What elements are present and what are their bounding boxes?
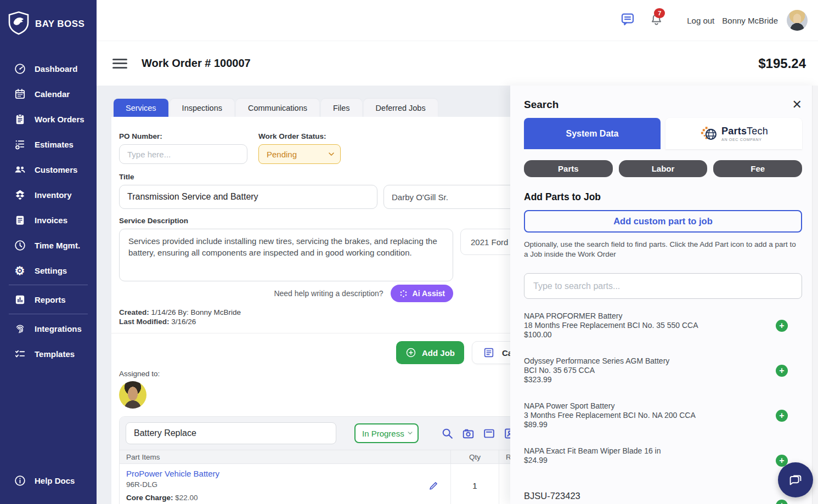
assigned-technician-avatar[interactable] — [119, 381, 146, 409]
sidebar-item-dashboard[interactable]: Dashboard — [0, 56, 97, 81]
part-result-name: NAPA Power Sport Battery — [524, 401, 696, 411]
add-part-plus-icon[interactable]: + — [776, 410, 788, 422]
panel-scrollbar[interactable] — [812, 86, 818, 504]
add-part-plus-icon[interactable]: + — [776, 365, 788, 377]
sidebar-item-label: Inventory — [35, 190, 72, 200]
po-number-field: PO Number: — [119, 132, 247, 164]
title-input[interactable] — [119, 185, 377, 209]
close-icon[interactable]: ✕ — [792, 99, 802, 111]
checklist-icon — [13, 347, 26, 360]
service-description-textarea[interactable]: Services provided include installing new… — [119, 229, 453, 281]
sidebar-item-inventory[interactable]: Inventory — [0, 182, 97, 207]
page-title: Work Order # 100007 — [142, 57, 251, 70]
sidebar-item-work-orders[interactable]: Work Orders — [0, 106, 97, 132]
status-field: Work Order Status: Pending — [258, 132, 341, 164]
job-name-input[interactable] — [126, 422, 336, 444]
add-part-plus-icon[interactable]: + — [776, 500, 788, 504]
list-item: BJSU-723423 + — [524, 491, 802, 504]
part-result-desc: 3 Months Free Replacement BCI No. NA 200… — [524, 411, 696, 420]
add-job-button[interactable]: Add Job — [396, 341, 464, 364]
part-result-desc: BCI No. 35 675 CCA — [524, 366, 669, 375]
modified-label: Last Modified: — [119, 318, 170, 326]
partstech-logo: PartsTech AN OEC COMPANY — [699, 124, 768, 143]
part-cell: ProPower Vehicle Battery 96R-DLG Core Ch… — [120, 464, 450, 504]
workorder-header: Work Order # 100007 $195.24 — [97, 41, 818, 86]
dashboard-icon — [13, 62, 26, 75]
add-part-plus-icon[interactable]: + — [776, 320, 788, 332]
part-result-name: Odyssey Performance Series AGM Battery — [524, 356, 669, 366]
job-status-select[interactable]: In Progress — [354, 423, 419, 443]
parts-search-input[interactable] — [524, 273, 802, 299]
tab-communications[interactable]: Communications — [236, 99, 319, 117]
ai-assist-label: Ai Assist — [413, 289, 445, 298]
ai-assist-button[interactable]: Ai Assist — [391, 285, 453, 302]
panel-title: Search — [524, 99, 559, 111]
camera-icon[interactable] — [461, 427, 475, 440]
edit-pencil-icon[interactable] — [428, 480, 439, 494]
search-parts-icon[interactable] — [441, 427, 454, 440]
parts-button[interactable]: Parts — [524, 160, 613, 177]
part-sku: 96R-DLG — [126, 480, 439, 489]
part-result-price: $24.99 — [524, 456, 661, 465]
status-label: Work Order Status: — [258, 132, 341, 140]
sidebar-divider — [9, 285, 88, 285]
list-item: NAPA Exact Fit Beam Wiper Blade 16 in $2… — [524, 446, 802, 474]
invoice-document-icon — [13, 213, 26, 226]
add-custom-part-button[interactable]: Add custom part to job — [524, 210, 802, 233]
sidebar-item-customers[interactable]: Customers — [0, 157, 97, 182]
top-header: 7 Log out Bonny McBride — [97, 0, 818, 41]
menu-hamburger-icon[interactable] — [112, 56, 127, 71]
tab-files[interactable]: Files — [321, 99, 362, 117]
sidebar-nav: Dashboard Calendar Work Orders Estimates… — [0, 56, 97, 366]
calendar-icon — [13, 87, 26, 100]
sidebar-item-integrations[interactable]: Integrations — [0, 316, 97, 341]
messages-icon[interactable] — [619, 11, 636, 30]
notifications-bell-icon[interactable]: 7 — [649, 12, 664, 29]
part-result-name: NAPA PROFORMER Battery — [524, 312, 698, 321]
tab-inspections[interactable]: Inspections — [170, 99, 234, 117]
sidebar-item-label: Templates — [35, 349, 75, 359]
parts-results-list: NAPA PROFORMER Battery 18 Months Free Re… — [524, 312, 802, 504]
plus-circle-icon — [405, 347, 416, 358]
sidebar-item-label: Estimates — [35, 140, 74, 149]
note-icon[interactable] — [482, 427, 496, 440]
chat-widget-button[interactable] — [778, 462, 813, 497]
sidebar-help: Help Docs — [0, 468, 97, 493]
sidebar-item-label: Reports — [35, 295, 66, 304]
chat-bubbles-icon — [787, 472, 804, 488]
core-charge-label: Core Charge: — [126, 494, 173, 502]
sidebar-item-estimates[interactable]: Estimates — [0, 132, 97, 157]
partstech-wordmark: PartsTech — [721, 126, 768, 137]
sidebar-item-help-docs[interactable]: Help Docs — [0, 468, 97, 493]
bar-chart-icon — [13, 293, 26, 306]
ai-help-text: Need help writing a description? — [274, 289, 383, 298]
job-status-value: In Progress — [362, 429, 404, 438]
labor-button[interactable]: Labor — [619, 160, 708, 177]
part-name-link[interactable]: ProPower Vehicle Battery — [126, 469, 439, 478]
sidebar-item-templates[interactable]: Templates — [0, 341, 97, 366]
sidebar-item-settings[interactable]: ⚙ Settings — [0, 258, 97, 283]
user-avatar[interactable] — [787, 10, 808, 31]
tab-partstech[interactable]: PartsTech AN OEC COMPANY — [665, 118, 802, 149]
brand-logo[interactable]: BAY BOSS — [0, 0, 97, 37]
sidebar-item-label: Work Orders — [35, 115, 84, 124]
gear-icon: ⚙ — [13, 264, 26, 277]
workorder-status-select[interactable]: Pending — [258, 144, 341, 164]
sidebar-item-time-mgmt[interactable]: Time Mgmt. — [0, 233, 97, 258]
sidebar-item-label: Time Mgmt. — [35, 241, 80, 250]
tab-system-data[interactable]: System Data — [524, 118, 661, 149]
fingerprint-icon — [13, 322, 26, 335]
sidebar-item-label: Help Docs — [35, 476, 75, 485]
people-icon — [13, 163, 26, 176]
part-result-price: $100.00 — [524, 330, 698, 339]
list-item: Odyssey Performance Series AGM Battery B… — [524, 356, 802, 384]
tab-services[interactable]: Services — [114, 99, 168, 117]
fee-button[interactable]: Fee — [713, 160, 802, 177]
tab-deferred-jobs[interactable]: Deferred Jobs — [364, 99, 438, 117]
sidebar-item-invoices[interactable]: Invoices — [0, 207, 97, 233]
logout-link[interactable]: Log out — [687, 16, 714, 25]
sidebar-item-calendar[interactable]: Calendar — [0, 81, 97, 106]
po-number-input[interactable] — [119, 144, 247, 164]
sidebar-item-reports[interactable]: Reports — [0, 287, 97, 312]
part-result-price: $323.99 — [524, 375, 669, 384]
